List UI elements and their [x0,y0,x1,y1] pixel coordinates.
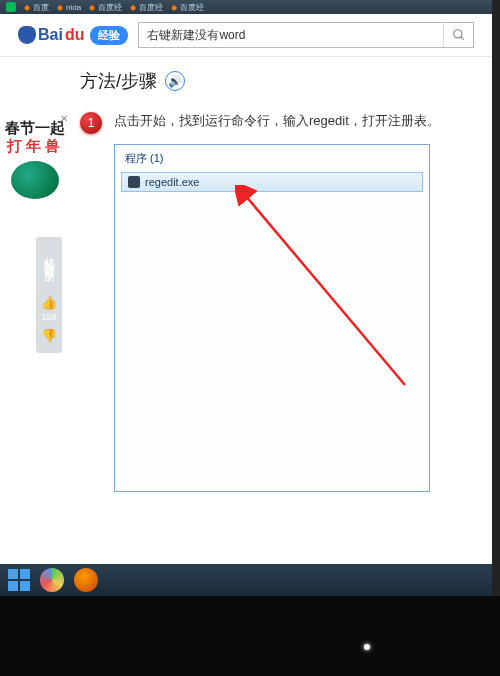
taskbar-app[interactable] [40,568,64,592]
sound-icon[interactable]: 🔊 [165,71,185,91]
program-label: 程序 (1) [115,145,429,170]
result-text: regedit.exe [145,176,199,188]
page-header: Baidu 经验 [0,14,492,57]
search-box [138,22,474,48]
side-promo[interactable]: ✕ 春节一起 打年兽 [2,119,68,199]
svg-line-1 [460,37,463,40]
browser-tab[interactable]: ◆百度经 [89,2,122,13]
step-item: 1 点击开始，找到运行命令行，输入regedit，打开注册表。 [80,111,492,134]
search-input[interactable] [139,23,443,47]
dragon-mascot [11,161,59,199]
svg-point-0 [453,30,461,38]
exe-icon [128,176,140,188]
power-led [364,644,370,650]
start-button[interactable] [8,569,30,591]
browser-tab-strip: ◆百度 ◆nida ◆百度经 ◆百度经 ◆百度经 [0,0,492,14]
feedback-rail: 此经验有帮助？ 👍 158 👎 [36,237,62,353]
annotation-arrow [235,185,425,405]
search-result-item[interactable]: regedit.exe [121,172,423,192]
taskbar-app[interactable] [74,568,98,592]
section-title: 方法/步骤 🔊 [80,69,492,93]
browser-tab[interactable]: ◆百度 [24,2,49,13]
browser-tab[interactable]: ◆百度经 [171,2,204,13]
taskbar [0,564,492,596]
thumbs-up-icon[interactable]: 👍 [41,295,57,310]
search-icon [452,28,466,42]
search-button[interactable] [443,23,473,47]
bluetooth-icon [6,2,16,12]
browser-tab[interactable]: ◆nida [57,3,81,12]
like-count: 158 [41,312,56,322]
close-icon[interactable]: ✕ [60,113,68,125]
feedback-label: 此经验有帮助？ [42,247,57,279]
baidu-logo[interactable]: Baidu 经验 [18,26,128,45]
screenshot-panel: 程序 (1) regedit.exe [114,144,430,492]
paw-icon [18,26,36,44]
monitor-bezel [0,596,500,676]
step-number: 1 [80,112,102,134]
thumbs-down-icon[interactable]: 👎 [41,328,57,343]
jingyan-badge: 经验 [90,26,128,45]
browser-tab[interactable]: ◆百度经 [130,2,163,13]
svg-line-2 [245,195,405,385]
step-text: 点击开始，找到运行命令行，输入regedit，打开注册表。 [114,111,440,134]
